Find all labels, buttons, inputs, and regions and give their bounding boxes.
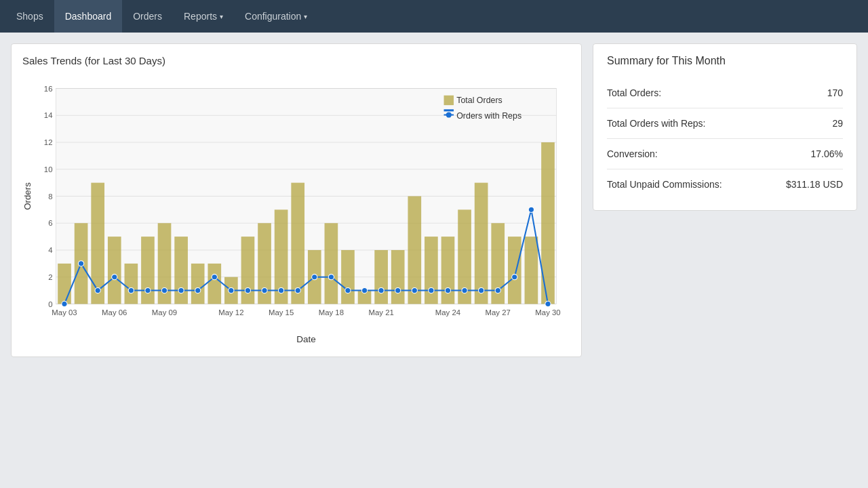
svg-point-77 [528,207,534,212]
summary-label: Conversion: [607,148,658,159]
svg-rect-21 [91,183,104,304]
svg-point-59 [229,287,234,293]
svg-point-66 [345,287,351,293]
svg-rect-26 [174,237,188,304]
svg-point-73 [462,287,467,293]
svg-text:4: 4 [48,246,52,254]
summary-label: Total Orders with Reps: [607,118,706,129]
svg-point-74 [479,287,484,293]
svg-text:Orders: Orders [22,182,33,210]
svg-point-63 [295,287,300,293]
svg-point-75 [495,287,500,293]
svg-point-55 [161,287,167,293]
svg-text:0: 0 [48,300,52,308]
svg-rect-41 [425,237,438,304]
svg-text:14: 14 [44,111,53,119]
svg-text:10: 10 [44,165,53,174]
configuration-dropdown-icon: ▾ [304,13,307,20]
svg-text:May 27: May 27 [486,308,511,317]
summary-row: Total Unpaid Commissions: $311.18 USD [607,169,843,199]
summary-title: Summary for This Month [607,55,843,67]
summary-value: 29 [832,118,843,129]
page-content: Sales Trends (for Last 30 Days) 02468101… [0,33,868,368]
svg-point-67 [361,287,367,293]
svg-text:May 15: May 15 [269,308,294,317]
svg-text:May 21: May 21 [368,308,393,317]
svg-rect-42 [441,237,455,304]
svg-point-50 [78,261,83,266]
nav-item-reports[interactable]: Reports ▾ [173,0,234,33]
svg-rect-91 [444,96,454,105]
nav-item-shops[interactable]: Shops [5,0,54,33]
svg-rect-47 [525,237,538,304]
svg-point-64 [312,274,317,280]
svg-point-68 [378,287,384,293]
svg-rect-35 [325,223,338,304]
svg-text:Total Orders: Total Orders [456,96,502,105]
svg-rect-46 [508,237,521,304]
svg-text:May 24: May 24 [435,308,460,317]
svg-point-72 [445,287,450,293]
svg-text:Date: Date [296,334,315,344]
svg-point-53 [128,287,134,293]
svg-point-95 [446,112,452,117]
svg-rect-33 [291,183,304,304]
svg-text:2: 2 [48,273,52,281]
summary-value: $311.18 USD [786,179,843,190]
reports-dropdown-icon: ▾ [220,13,223,20]
summary-value: 17.06% [811,148,843,159]
svg-rect-36 [341,250,355,304]
svg-point-60 [245,287,250,293]
svg-text:Orders with Reps: Orders with Reps [456,111,521,121]
svg-point-62 [278,287,283,293]
nav-item-configuration[interactable]: Configuration ▾ [234,0,318,33]
svg-rect-93 [444,109,454,111]
svg-rect-38 [374,250,388,304]
svg-rect-39 [391,250,405,304]
svg-point-56 [178,287,184,293]
svg-rect-19 [58,264,71,304]
svg-point-78 [545,301,551,306]
svg-rect-23 [125,264,138,304]
svg-text:8: 8 [48,192,52,201]
svg-text:16: 16 [44,85,53,93]
chart-panel: Sales Trends (for Last 30 Days) 02468101… [11,43,582,357]
svg-point-54 [145,287,151,293]
svg-point-58 [212,274,217,280]
svg-point-71 [429,287,434,293]
svg-point-57 [195,287,201,293]
svg-text:May 03: May 03 [52,308,77,317]
svg-rect-44 [475,183,488,304]
svg-point-69 [395,287,401,293]
nav-item-orders[interactable]: Orders [122,0,173,33]
svg-point-51 [95,287,100,293]
svg-rect-30 [241,237,255,304]
summary-row: Total Orders with Reps: 29 [607,108,843,139]
svg-rect-24 [141,237,155,304]
svg-text:6: 6 [48,219,52,227]
summary-value: 170 [827,87,843,98]
navigation: Shops Dashboard Orders Reports ▾ Configu… [0,0,868,33]
svg-text:May 09: May 09 [152,308,177,317]
svg-point-49 [62,301,67,306]
svg-text:12: 12 [44,138,53,146]
chart-title: Sales Trends (for Last 30 Days) [22,55,570,66]
svg-point-65 [328,274,334,280]
summary-panel: Summary for This Month Total Orders: 170… [593,43,857,211]
summary-label: Total Orders: [607,87,661,98]
svg-text:May 18: May 18 [319,308,344,317]
nav-item-dashboard[interactable]: Dashboard [54,0,123,33]
summary-label: Total Unpaid Commissions: [607,179,722,190]
svg-point-76 [512,274,517,280]
svg-text:May 12: May 12 [218,308,243,317]
svg-text:May 06: May 06 [102,308,127,317]
summary-row: Conversion: 17.06% [607,139,843,169]
chart-area: 0246810121416May 03May 06May 09May 12May… [22,75,570,346]
svg-rect-22 [108,237,121,304]
svg-point-70 [412,287,417,293]
svg-rect-28 [208,264,221,304]
svg-point-52 [112,274,117,280]
sales-trend-chart: 0246810121416May 03May 06May 09May 12May… [22,75,570,346]
svg-point-61 [262,287,267,293]
svg-rect-27 [191,264,205,304]
